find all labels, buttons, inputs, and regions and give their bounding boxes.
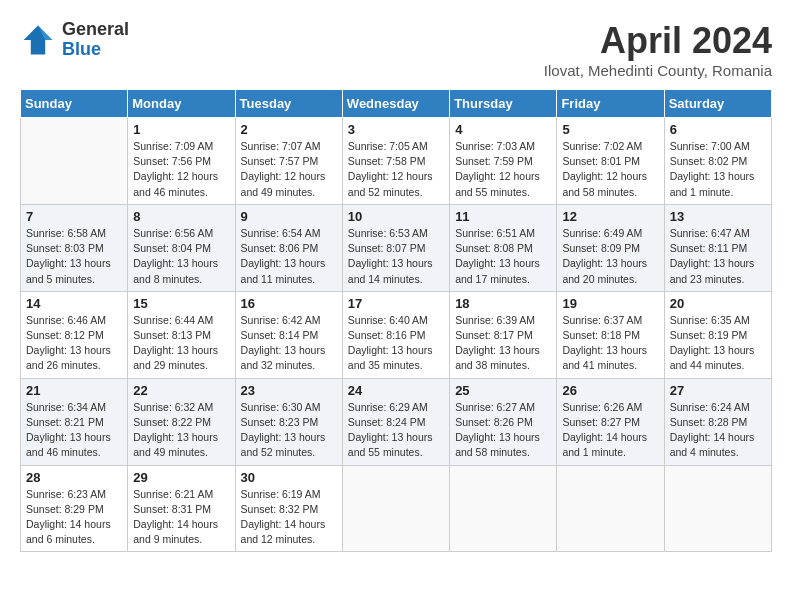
calendar-day-cell: 28Sunrise: 6:23 AMSunset: 8:29 PMDayligh… xyxy=(21,465,128,552)
day-info: Sunrise: 6:44 AMSunset: 8:13 PMDaylight:… xyxy=(133,313,229,374)
calendar-day-cell: 25Sunrise: 6:27 AMSunset: 8:26 PMDayligh… xyxy=(450,378,557,465)
day-number: 25 xyxy=(455,383,551,398)
day-number: 15 xyxy=(133,296,229,311)
calendar-day-cell: 24Sunrise: 6:29 AMSunset: 8:24 PMDayligh… xyxy=(342,378,449,465)
day-number: 7 xyxy=(26,209,122,224)
day-info: Sunrise: 6:21 AMSunset: 8:31 PMDaylight:… xyxy=(133,487,229,548)
day-number: 30 xyxy=(241,470,337,485)
weekday-header: Sunday xyxy=(21,90,128,118)
calendar-day-cell: 23Sunrise: 6:30 AMSunset: 8:23 PMDayligh… xyxy=(235,378,342,465)
calendar-table: SundayMondayTuesdayWednesdayThursdayFrid… xyxy=(20,89,772,552)
day-number: 19 xyxy=(562,296,658,311)
calendar-day-cell: 20Sunrise: 6:35 AMSunset: 8:19 PMDayligh… xyxy=(664,291,771,378)
day-info: Sunrise: 6:56 AMSunset: 8:04 PMDaylight:… xyxy=(133,226,229,287)
day-number: 20 xyxy=(670,296,766,311)
day-number: 29 xyxy=(133,470,229,485)
logo-general-text: General xyxy=(62,20,129,40)
calendar-day-cell: 21Sunrise: 6:34 AMSunset: 8:21 PMDayligh… xyxy=(21,378,128,465)
day-number: 8 xyxy=(133,209,229,224)
weekday-header: Saturday xyxy=(664,90,771,118)
calendar-day-cell: 4Sunrise: 7:03 AMSunset: 7:59 PMDaylight… xyxy=(450,118,557,205)
logo-text: General Blue xyxy=(62,20,129,60)
calendar-day-cell: 6Sunrise: 7:00 AMSunset: 8:02 PMDaylight… xyxy=(664,118,771,205)
day-number: 4 xyxy=(455,122,551,137)
calendar-day-cell: 3Sunrise: 7:05 AMSunset: 7:58 PMDaylight… xyxy=(342,118,449,205)
calendar-day-cell: 19Sunrise: 6:37 AMSunset: 8:18 PMDayligh… xyxy=(557,291,664,378)
day-info: Sunrise: 7:02 AMSunset: 8:01 PMDaylight:… xyxy=(562,139,658,200)
day-number: 28 xyxy=(26,470,122,485)
weekday-header: Wednesday xyxy=(342,90,449,118)
calendar-day-cell: 1Sunrise: 7:09 AMSunset: 7:56 PMDaylight… xyxy=(128,118,235,205)
day-number: 11 xyxy=(455,209,551,224)
day-number: 9 xyxy=(241,209,337,224)
calendar-day-cell xyxy=(450,465,557,552)
calendar-day-cell xyxy=(342,465,449,552)
calendar-day-cell: 11Sunrise: 6:51 AMSunset: 8:08 PMDayligh… xyxy=(450,204,557,291)
day-info: Sunrise: 7:05 AMSunset: 7:58 PMDaylight:… xyxy=(348,139,444,200)
day-number: 21 xyxy=(26,383,122,398)
day-info: Sunrise: 6:19 AMSunset: 8:32 PMDaylight:… xyxy=(241,487,337,548)
calendar-day-cell: 14Sunrise: 6:46 AMSunset: 8:12 PMDayligh… xyxy=(21,291,128,378)
day-info: Sunrise: 7:09 AMSunset: 7:56 PMDaylight:… xyxy=(133,139,229,200)
day-number: 10 xyxy=(348,209,444,224)
calendar-day-cell: 26Sunrise: 6:26 AMSunset: 8:27 PMDayligh… xyxy=(557,378,664,465)
day-info: Sunrise: 6:42 AMSunset: 8:14 PMDaylight:… xyxy=(241,313,337,374)
calendar-day-cell: 27Sunrise: 6:24 AMSunset: 8:28 PMDayligh… xyxy=(664,378,771,465)
day-info: Sunrise: 6:39 AMSunset: 8:17 PMDaylight:… xyxy=(455,313,551,374)
calendar-day-cell: 5Sunrise: 7:02 AMSunset: 8:01 PMDaylight… xyxy=(557,118,664,205)
month-title: April 2024 xyxy=(544,20,772,62)
day-info: Sunrise: 6:24 AMSunset: 8:28 PMDaylight:… xyxy=(670,400,766,461)
day-number: 16 xyxy=(241,296,337,311)
weekday-header-row: SundayMondayTuesdayWednesdayThursdayFrid… xyxy=(21,90,772,118)
calendar-day-cell: 17Sunrise: 6:40 AMSunset: 8:16 PMDayligh… xyxy=(342,291,449,378)
calendar-day-cell: 7Sunrise: 6:58 AMSunset: 8:03 PMDaylight… xyxy=(21,204,128,291)
day-info: Sunrise: 6:58 AMSunset: 8:03 PMDaylight:… xyxy=(26,226,122,287)
day-number: 2 xyxy=(241,122,337,137)
calendar-day-cell xyxy=(664,465,771,552)
calendar-week-row: 28Sunrise: 6:23 AMSunset: 8:29 PMDayligh… xyxy=(21,465,772,552)
title-block: April 2024 Ilovat, Mehedinti County, Rom… xyxy=(544,20,772,79)
calendar-day-cell xyxy=(557,465,664,552)
page-header: General Blue April 2024 Ilovat, Mehedint… xyxy=(20,20,772,79)
day-info: Sunrise: 6:34 AMSunset: 8:21 PMDaylight:… xyxy=(26,400,122,461)
day-number: 13 xyxy=(670,209,766,224)
day-number: 23 xyxy=(241,383,337,398)
calendar-week-row: 7Sunrise: 6:58 AMSunset: 8:03 PMDaylight… xyxy=(21,204,772,291)
day-info: Sunrise: 6:35 AMSunset: 8:19 PMDaylight:… xyxy=(670,313,766,374)
location-subtitle: Ilovat, Mehedinti County, Romania xyxy=(544,62,772,79)
day-number: 22 xyxy=(133,383,229,398)
day-info: Sunrise: 7:00 AMSunset: 8:02 PMDaylight:… xyxy=(670,139,766,200)
calendar-week-row: 1Sunrise: 7:09 AMSunset: 7:56 PMDaylight… xyxy=(21,118,772,205)
calendar-day-cell: 22Sunrise: 6:32 AMSunset: 8:22 PMDayligh… xyxy=(128,378,235,465)
weekday-header: Monday xyxy=(128,90,235,118)
day-info: Sunrise: 6:30 AMSunset: 8:23 PMDaylight:… xyxy=(241,400,337,461)
calendar-day-cell: 8Sunrise: 6:56 AMSunset: 8:04 PMDaylight… xyxy=(128,204,235,291)
calendar-week-row: 14Sunrise: 6:46 AMSunset: 8:12 PMDayligh… xyxy=(21,291,772,378)
day-info: Sunrise: 7:03 AMSunset: 7:59 PMDaylight:… xyxy=(455,139,551,200)
calendar-week-row: 21Sunrise: 6:34 AMSunset: 8:21 PMDayligh… xyxy=(21,378,772,465)
calendar-day-cell: 29Sunrise: 6:21 AMSunset: 8:31 PMDayligh… xyxy=(128,465,235,552)
day-info: Sunrise: 6:46 AMSunset: 8:12 PMDaylight:… xyxy=(26,313,122,374)
day-info: Sunrise: 6:37 AMSunset: 8:18 PMDaylight:… xyxy=(562,313,658,374)
day-info: Sunrise: 6:32 AMSunset: 8:22 PMDaylight:… xyxy=(133,400,229,461)
calendar-day-cell: 12Sunrise: 6:49 AMSunset: 8:09 PMDayligh… xyxy=(557,204,664,291)
weekday-header: Tuesday xyxy=(235,90,342,118)
day-info: Sunrise: 6:54 AMSunset: 8:06 PMDaylight:… xyxy=(241,226,337,287)
weekday-header: Friday xyxy=(557,90,664,118)
calendar-day-cell: 13Sunrise: 6:47 AMSunset: 8:11 PMDayligh… xyxy=(664,204,771,291)
calendar-day-cell: 9Sunrise: 6:54 AMSunset: 8:06 PMDaylight… xyxy=(235,204,342,291)
calendar-day-cell: 16Sunrise: 6:42 AMSunset: 8:14 PMDayligh… xyxy=(235,291,342,378)
logo-icon xyxy=(20,22,56,58)
day-number: 17 xyxy=(348,296,444,311)
weekday-header: Thursday xyxy=(450,90,557,118)
day-info: Sunrise: 6:53 AMSunset: 8:07 PMDaylight:… xyxy=(348,226,444,287)
calendar-day-cell: 30Sunrise: 6:19 AMSunset: 8:32 PMDayligh… xyxy=(235,465,342,552)
day-info: Sunrise: 6:40 AMSunset: 8:16 PMDaylight:… xyxy=(348,313,444,374)
calendar-day-cell: 18Sunrise: 6:39 AMSunset: 8:17 PMDayligh… xyxy=(450,291,557,378)
day-info: Sunrise: 7:07 AMSunset: 7:57 PMDaylight:… xyxy=(241,139,337,200)
day-number: 14 xyxy=(26,296,122,311)
day-info: Sunrise: 6:27 AMSunset: 8:26 PMDaylight:… xyxy=(455,400,551,461)
calendar-day-cell: 10Sunrise: 6:53 AMSunset: 8:07 PMDayligh… xyxy=(342,204,449,291)
day-info: Sunrise: 6:23 AMSunset: 8:29 PMDaylight:… xyxy=(26,487,122,548)
day-info: Sunrise: 6:49 AMSunset: 8:09 PMDaylight:… xyxy=(562,226,658,287)
